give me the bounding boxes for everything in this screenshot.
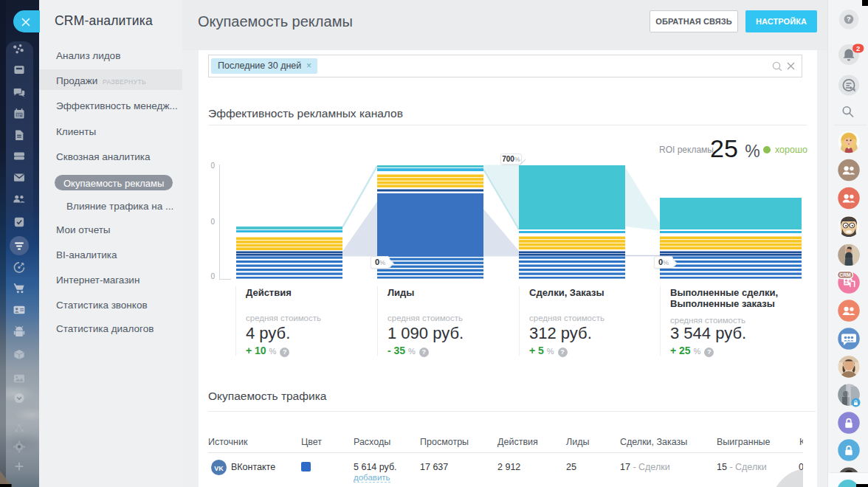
svg-text:?: ? [847,15,851,23]
svg-text:2: 2 [856,44,860,52]
svg-text:CRM: CRM [839,272,851,277]
svg-text:VK: VK [214,465,224,472]
